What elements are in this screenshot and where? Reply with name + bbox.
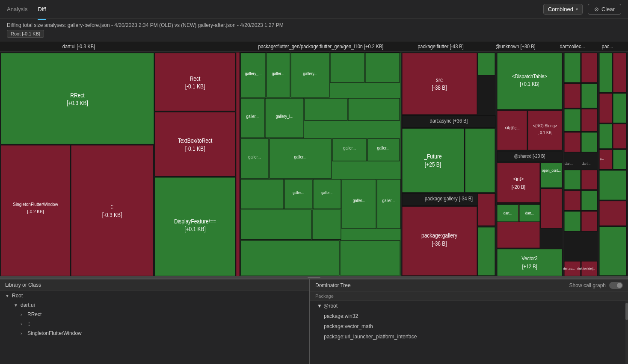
combined-select[interactable]: Combined ▾ [543, 4, 583, 15]
tree-item-singleton[interactable]: › SingletonFlutterWindow [0, 329, 309, 338]
left-panel-header: Library or Class [0, 279, 309, 291]
svg-text:dart...: dart... [582, 161, 590, 166]
tree-item-rrect[interactable]: › RRect [0, 310, 309, 319]
svg-text:[-0.1 KB]: [-0.1 KB] [185, 83, 205, 90]
tree-arrow-root: ▼ [5, 294, 10, 298]
svg-text:<int>: <int> [513, 176, 524, 182]
dom-item-win32[interactable]: package:win32 [310, 311, 628, 321]
svg-rect-116 [581, 211, 597, 231]
svg-text:[-0.1 KB]: [-0.1 KB] [538, 130, 553, 135]
left-panel-content[interactable]: ▼ Root ▼ dart:ui › RRect › :: › Sing [0, 291, 309, 364]
svg-rect-124 [599, 93, 612, 123]
svg-rect-127 [613, 124, 626, 149]
svg-rect-106 [581, 109, 597, 131]
dom-item-root[interactable]: ▼ @root [310, 301, 628, 311]
svg-text:src: src [436, 76, 443, 83]
dom-item-url-launcher[interactable]: package:url_launcher_platform_interface [310, 332, 628, 342]
tree-label-singleton: SingletonFlutterWindow [27, 330, 82, 336]
svg-text:::: :: [111, 203, 114, 210]
svg-text:[-36 B]: [-36 B] [432, 240, 447, 247]
svg-rect-126 [599, 124, 612, 149]
svg-text:package:gallery: package:gallery [421, 232, 458, 239]
svg-text:dart...: dart... [504, 211, 512, 215]
svg-rect-34 [305, 98, 347, 120]
header-right: Combined ▾ ⊘ Clear [543, 4, 621, 15]
tab-analysis[interactable]: Analysis [7, 4, 27, 14]
svg-rect-131 [599, 170, 626, 200]
svg-rect-89 [541, 163, 562, 188]
svg-rect-20 [236, 52, 240, 277]
svg-text:galler...: galler... [293, 191, 304, 195]
svg-rect-61 [478, 53, 495, 75]
svg-text:RRect: RRect [70, 92, 85, 99]
show-call-graph-label: Show call graph [569, 282, 606, 288]
svg-text:gallery...: gallery... [303, 71, 317, 76]
tree-item-dcolon[interactable]: › :: [0, 319, 309, 329]
tree-arrow-singleton: › [21, 331, 26, 336]
tree-arrow-dcolon: › [21, 322, 26, 326]
svg-text:galler...: galler... [382, 198, 395, 203]
scrollbar-thumb[interactable] [625, 303, 628, 320]
package-col-label: Package [315, 294, 334, 299]
right-panel-content[interactable]: ▼ @root package:win32 package:vector_mat… [310, 301, 628, 364]
dom-label-vector-math: package:vector_math [324, 323, 373, 329]
dom-label-atroot: @root [323, 303, 338, 309]
left-panel-title: Library or Class [5, 282, 41, 288]
right-col-header: Package [310, 292, 628, 301]
svg-rect-102 [581, 53, 597, 82]
svg-text:[-20 B]: [-20 B] [512, 184, 525, 190]
svg-text:dart...: dart... [525, 211, 534, 215]
svg-text:[+25 B]: [+25 B] [425, 161, 441, 168]
svg-rect-74 [478, 227, 495, 276]
svg-text:dart:co...: dart:co... [563, 267, 575, 271]
clear-button[interactable]: ⊘ Clear [588, 4, 621, 15]
svg-text:galler...: galler... [344, 146, 356, 151]
call-graph-toggle[interactable] [609, 282, 623, 289]
resize-handle[interactable] [0, 276, 628, 279]
svg-rect-92 [541, 189, 562, 229]
root-badge[interactable]: Root [-0.1 KB] [7, 30, 44, 38]
svg-rect-53 [241, 210, 311, 239]
svg-rect-101 [564, 53, 581, 82]
tree-arrow-atroot: ▼ [317, 303, 323, 309]
svg-rect-125 [613, 93, 626, 123]
svg-rect-56 [340, 241, 400, 275]
svg-rect-79 [497, 111, 527, 150]
scrollbar[interactable] [625, 301, 628, 364]
svg-text:[+0.3 KB]: [+0.3 KB] [67, 100, 88, 107]
svg-rect-54 [312, 210, 341, 239]
tab-diff[interactable]: Diff [38, 4, 46, 14]
svg-text:gallery_l...: gallery_l... [276, 114, 293, 119]
svg-rect-103 [564, 83, 581, 108]
section-label-collec: dart:collec... [560, 43, 585, 50]
treemap-area[interactable]: dart:ui [-0.3 KB] package:flutter_gen/pa… [0, 41, 628, 279]
svg-text:gallery_...: gallery_... [245, 71, 262, 76]
tree-label-root: Root [12, 293, 23, 299]
section-label-flutter: package:flutter [-43 B] [418, 43, 463, 50]
svg-text:[-0.2 KB]: [-0.2 KB] [27, 208, 44, 214]
svg-rect-97 [497, 249, 562, 276]
svg-text:p...: p... [600, 157, 604, 161]
tree-item-dart-ui[interactable]: ▼ dart:ui [0, 300, 309, 310]
svg-rect-122 [599, 53, 612, 93]
dom-label-win32: package:win32 [324, 313, 358, 319]
dom-item-vector-math[interactable]: package:vector_math [310, 321, 628, 332]
svg-rect-113 [564, 191, 581, 210]
svg-rect-130 [613, 150, 626, 169]
tree-label-dcolon: :: [27, 321, 30, 327]
svg-text:Vector3: Vector3 [521, 255, 538, 261]
dom-label-url-launcher: package:url_launcher_platform_interface [324, 334, 417, 340]
svg-text:SingletonFlutterWindow: SingletonFlutterWindow [13, 201, 58, 207]
svg-text:DisplayFeature/==: DisplayFeature/== [174, 218, 216, 225]
svg-rect-133 [599, 227, 626, 276]
bottom-panel: Library or Class ▼ Root ▼ dart:ui › RRec… [0, 279, 628, 364]
tree-arrow-rrect: › [21, 312, 26, 317]
svg-text:Rect: Rect [190, 75, 201, 82]
left-panel: Library or Class ▼ Root ▼ dart:ui › RRec… [0, 279, 310, 364]
show-call-graph-control: Show call graph [569, 282, 623, 289]
svg-text:dart:isolate [..: dart:isolate [.. [577, 267, 595, 271]
svg-text:dart...: dart... [565, 161, 573, 166]
section-label-flutter-gen: package:flutter_gen/package:flutter_gen/… [258, 43, 384, 50]
svg-rect-114 [581, 191, 597, 210]
tree-item-root[interactable]: ▼ Root [0, 291, 309, 300]
